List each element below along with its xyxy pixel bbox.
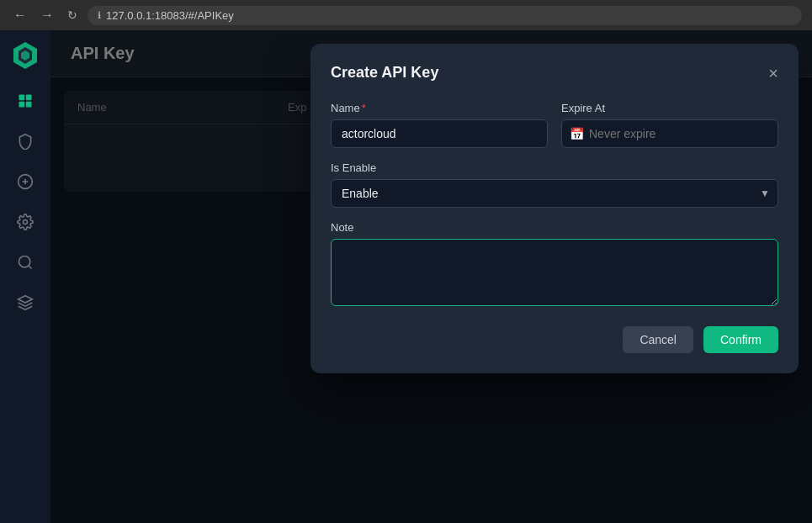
- sidebar-item-shield[interactable]: [8, 124, 42, 158]
- sidebar-item-search[interactable]: [8, 246, 42, 279]
- expire-at-label: Expire At: [561, 102, 778, 114]
- expire-at-input[interactable]: [561, 119, 778, 148]
- name-input[interactable]: [331, 119, 548, 148]
- sidebar-item-billing[interactable]: [8, 165, 42, 198]
- svg-point-11: [19, 256, 30, 267]
- note-row: Note: [331, 221, 778, 306]
- svg-line-12: [29, 266, 32, 269]
- is-enable-field-group: Is Enable Enable Disable ▼: [331, 161, 778, 208]
- name-expire-row: Name* Expire At 📅: [331, 102, 778, 148]
- sidebar-item-settings[interactable]: [8, 205, 42, 239]
- confirm-button[interactable]: Confirm: [703, 326, 778, 353]
- name-label: Name*: [331, 102, 548, 114]
- svg-point-10: [24, 220, 28, 225]
- modal-footer: Cancel Confirm: [331, 326, 778, 353]
- modal-title: Create API Key: [331, 64, 438, 82]
- calendar-icon: 📅: [570, 127, 584, 140]
- main-content: API Key Name Exp Create API Key ×: [50, 30, 812, 523]
- modal-close-button[interactable]: ×: [768, 65, 778, 82]
- modal-header: Create API Key ×: [331, 64, 778, 82]
- note-textarea[interactable]: [331, 239, 778, 306]
- is-enable-select[interactable]: Enable Disable: [331, 179, 778, 208]
- date-input-wrapper: 📅: [561, 119, 778, 148]
- svg-rect-5: [19, 102, 25, 108]
- note-label: Note: [331, 221, 778, 234]
- expire-at-field-group: Expire At 📅: [561, 102, 778, 148]
- name-field-group: Name*: [331, 102, 548, 148]
- back-button[interactable]: ←: [10, 6, 30, 24]
- app-logo[interactable]: [10, 40, 40, 71]
- required-star: *: [362, 102, 366, 114]
- is-enable-row: Is Enable Enable Disable ▼: [331, 161, 778, 208]
- address-bar[interactable]: ℹ 127.0.0.1:18083/#/APIKey: [88, 6, 802, 25]
- lock-icon: ℹ: [98, 10, 101, 21]
- is-enable-label: Is Enable: [331, 161, 778, 174]
- sidebar-item-layers[interactable]: [8, 286, 42, 320]
- url-text: 127.0.0.1:18083/#/APIKey: [106, 9, 234, 22]
- create-api-key-modal: Create API Key × Name* Expire At 📅: [310, 44, 799, 373]
- cancel-button[interactable]: Cancel: [623, 326, 693, 353]
- is-enable-select-wrapper: Enable Disable ▼: [331, 179, 778, 208]
- modal-overlay: Create API Key × Name* Expire At 📅: [50, 30, 812, 523]
- svg-rect-4: [26, 95, 32, 101]
- browser-bar: ← → ↻ ℹ 127.0.0.1:18083/#/APIKey: [0, 0, 812, 30]
- svg-rect-6: [26, 102, 32, 108]
- sidebar: [0, 30, 50, 523]
- forward-button[interactable]: →: [37, 6, 57, 24]
- svg-marker-13: [19, 296, 33, 303]
- note-field-group: Note: [331, 221, 778, 306]
- app-container: API Key Name Exp Create API Key ×: [0, 30, 812, 523]
- sidebar-item-dashboard[interactable]: [8, 84, 42, 118]
- refresh-button[interactable]: ↻: [64, 7, 81, 24]
- svg-rect-3: [19, 95, 25, 101]
